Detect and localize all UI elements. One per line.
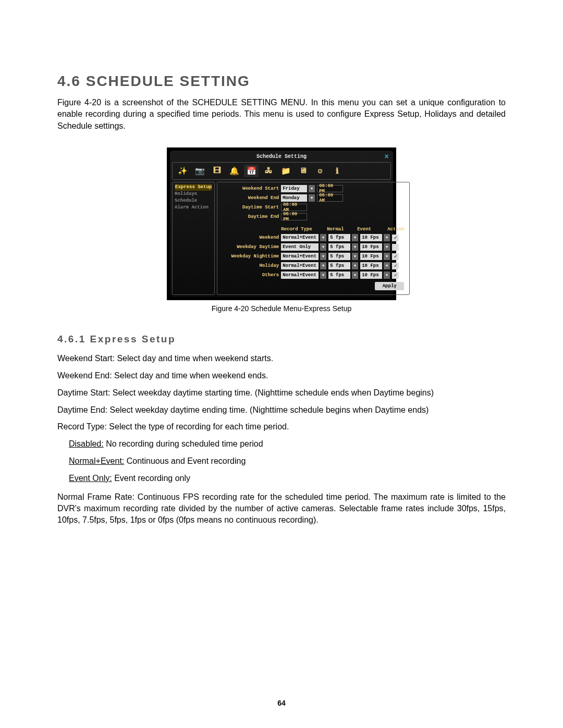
row-label: Weekday Nighttime — [221, 254, 279, 259]
chevron-down-icon[interactable]: ▼ — [352, 272, 358, 279]
toolbar-icon-7[interactable]: 🖥 — [296, 165, 310, 177]
figure-caption: Figure 4-20 Schedule Menu-Express Setup — [57, 304, 506, 313]
event-fps-select[interactable]: 10 Fps — [360, 272, 382, 279]
row-label: Others — [221, 273, 279, 278]
figure-screenshot: ➤ Schedule Setting × ✨📷🎞🔔📅🖧📁🖥⚙ℹ Express … — [167, 147, 396, 300]
record-type-select[interactable]: Normal+Event — [281, 234, 319, 241]
intro-paragraph: Figure 4-20 is a screenshot of the SCHED… — [57, 97, 506, 132]
sidebar-item-schedule[interactable]: Schedule — [175, 198, 212, 204]
record-type-select[interactable]: Event Only — [281, 243, 319, 251]
event-fps-select[interactable]: 10 Fps — [360, 234, 382, 241]
toolbar-icon-2[interactable]: 🎞 — [210, 165, 224, 177]
record-type-select[interactable]: Normal+Event — [281, 272, 319, 279]
chevron-down-icon[interactable]: ▼ — [309, 185, 315, 192]
daytime-start-time[interactable]: 06:00 AM — [281, 204, 307, 211]
chevron-down-icon[interactable]: ▼ — [352, 243, 358, 251]
desc-weekend-end: Weekend End: Select day and time when we… — [57, 368, 506, 384]
toolbar-icon-0[interactable]: ✨ — [175, 165, 190, 177]
row-label: Weekend — [221, 235, 279, 240]
normal-fps-select[interactable]: 5 fps — [328, 234, 350, 241]
page-number: 64 — [0, 699, 563, 707]
toolbar-icon-5[interactable]: 🖧 — [261, 165, 276, 177]
event-fps-select[interactable]: 10 Fps — [360, 253, 382, 260]
sidebar-nav: Express SetupHolidaysScheduleAlarm Actio… — [172, 182, 215, 295]
event-fps-select[interactable]: 10 Fps — [360, 262, 382, 269]
normal-fps-select[interactable]: 5 fps — [328, 272, 350, 279]
heading-schedule-setting: 4.6 SCHEDULE SETTING — [57, 73, 506, 90]
normal-fps-select[interactable]: 5 fps — [328, 243, 350, 251]
mouse-cursor-icon: ➤ — [160, 238, 167, 248]
window-titlebar: Schedule Setting × — [172, 153, 391, 162]
heading-express-setup: 4.6.1 Express Setup — [57, 334, 506, 345]
weekend-start-day-select[interactable]: Friday — [281, 185, 307, 192]
action-checkbox[interactable]: ✓ — [392, 272, 399, 279]
toolbar-icon-8[interactable]: ⚙ — [313, 165, 327, 177]
chevron-down-icon[interactable]: ▼ — [384, 234, 390, 241]
window-title: Schedule Setting — [256, 154, 307, 159]
action-checkbox[interactable]: ✓ — [392, 253, 399, 260]
chevron-down-icon[interactable]: ▼ — [320, 243, 326, 251]
weekend-end-time[interactable]: 06:00 AM — [317, 194, 343, 202]
event-fps-select[interactable]: 10 Fps — [360, 243, 382, 251]
desc-record-type: Record Type: Select the type of recordin… — [57, 419, 506, 435]
row-label: Holiday — [221, 263, 279, 268]
chevron-down-icon[interactable]: ▼ — [352, 253, 358, 260]
label-weekend-end: Weekend End — [221, 195, 279, 201]
record-type-select[interactable]: Normal+Event — [281, 253, 319, 260]
toolbar-icon-9[interactable]: ℹ — [330, 165, 345, 177]
chevron-down-icon[interactable]: ▼ — [309, 194, 315, 202]
desc-weekend-start: Weekend Start: Select day and time when … — [57, 351, 506, 366]
chevron-down-icon[interactable]: ▼ — [320, 234, 326, 241]
normal-fps-select[interactable]: 5 fps — [328, 253, 350, 260]
toolbar-icon-1[interactable]: 📷 — [192, 165, 207, 177]
weekend-end-day-select[interactable]: Monday — [281, 194, 307, 202]
record-row: HolidayNormal+Event▼5 fps▼10 Fps▼✓ — [221, 262, 406, 269]
action-checkbox[interactable] — [392, 244, 399, 251]
record-row: WeekendNormal+Event▼5 fps▼10 Fps▼✓ — [221, 234, 406, 241]
top-toolbar: ✨📷🎞🔔📅🖧📁🖥⚙ℹ — [172, 162, 391, 180]
chevron-down-icon[interactable]: ▼ — [320, 253, 326, 260]
daytime-end-time[interactable]: 06:00 PM — [281, 213, 307, 220]
desc-daytime-end: Daytime End: Select weekday daytime endi… — [57, 403, 506, 418]
weekend-start-time[interactable]: 06:00 PM — [317, 185, 343, 192]
apply-button[interactable]: Apply — [375, 282, 404, 290]
label-daytime-start: Daytime Start — [221, 205, 279, 210]
chevron-down-icon[interactable]: ▼ — [384, 262, 390, 269]
record-table-headers: Record Type Normal Event Action — [221, 227, 406, 232]
toolbar-icon-3[interactable]: 🔔 — [227, 165, 241, 177]
sidebar-item-holidays[interactable]: Holidays — [175, 191, 212, 198]
sidebar-item-alarm-action[interactable]: Alarm Action — [175, 204, 212, 211]
toolbar-icon-6[interactable]: 📁 — [278, 165, 293, 177]
chevron-down-icon[interactable]: ▼ — [352, 262, 358, 269]
normal-fps-select[interactable]: 5 fps — [328, 262, 350, 269]
chevron-down-icon[interactable]: ▼ — [320, 262, 326, 269]
desc-normal-event: Normal+Event: Continuous and Event recor… — [69, 454, 506, 469]
desc-event-only: Event Only: Event recording only — [69, 471, 506, 486]
main-panel: Weekend Start Friday▼ 06:00 PM Weekend E… — [217, 182, 410, 295]
desc-disabled: Disabled: No recording during scheduled … — [69, 437, 506, 452]
action-checkbox[interactable]: ✓ — [392, 235, 399, 241]
row-label: Weekday Daytime — [221, 244, 279, 250]
toolbar-icon-4[interactable]: 📅 — [244, 165, 259, 177]
chevron-down-icon[interactable]: ▼ — [384, 253, 390, 260]
desc-daytime-start: Daytime Start: Select weekday daytime st… — [57, 386, 506, 401]
close-icon[interactable]: × — [385, 153, 389, 161]
chevron-down-icon[interactable]: ▼ — [352, 234, 358, 241]
sidebar-item-express-setup[interactable]: Express Setup — [175, 184, 212, 191]
desc-normal-frame-rate: Normal Frame Rate: Continuous FPS record… — [57, 491, 506, 526]
label-daytime-end: Daytime End — [221, 214, 279, 219]
record-type-select[interactable]: Normal+Event — [281, 262, 319, 269]
chevron-down-icon[interactable]: ▼ — [320, 272, 326, 279]
record-row: Weekday DaytimeEvent Only▼5 fps▼10 Fps▼ — [221, 243, 406, 251]
record-row: Weekday NighttimeNormal+Event▼5 fps▼10 F… — [221, 253, 406, 260]
label-weekend-start: Weekend Start — [221, 186, 279, 191]
action-checkbox[interactable]: ✓ — [392, 263, 399, 269]
chevron-down-icon[interactable]: ▼ — [384, 272, 390, 279]
chevron-down-icon[interactable]: ▼ — [384, 243, 390, 251]
record-row: OthersNormal+Event▼5 fps▼10 Fps▼✓ — [221, 272, 406, 279]
